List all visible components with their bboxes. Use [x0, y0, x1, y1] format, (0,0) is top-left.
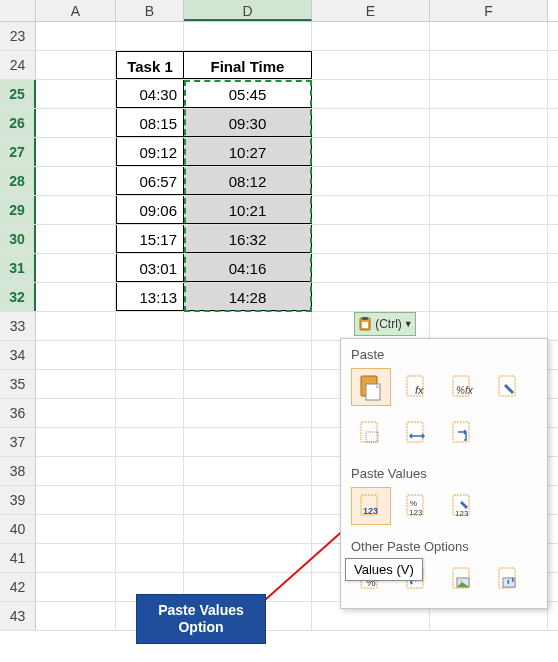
cell[interactable] — [36, 341, 116, 369]
cell-B28[interactable]: 06:57 — [116, 167, 184, 195]
paste-option-formulas-number[interactable]: %fx — [443, 368, 483, 406]
cell[interactable] — [430, 196, 548, 224]
row-header-26[interactable]: 26 — [0, 109, 36, 137]
cell-D29[interactable]: 10:21 — [184, 196, 312, 224]
cell[interactable] — [184, 22, 312, 50]
cell[interactable] — [36, 80, 116, 108]
cell[interactable] — [312, 22, 430, 50]
row-header-32[interactable]: 32 — [0, 283, 36, 311]
paste-option-linked-picture[interactable] — [489, 560, 529, 598]
cell-D30[interactable]: 16:32 — [184, 225, 312, 253]
paste-option-formulas[interactable]: fx — [397, 368, 437, 406]
cell[interactable] — [430, 138, 548, 166]
cell-D31[interactable]: 04:16 — [184, 254, 312, 282]
row-header-29[interactable]: 29 — [0, 196, 36, 224]
row-header-24[interactable]: 24 — [0, 51, 36, 79]
col-header-D[interactable]: D — [184, 0, 312, 21]
row-header-30[interactable]: 30 — [0, 225, 36, 253]
table-header-finaltime[interactable]: Final Time — [184, 51, 312, 79]
col-header-F[interactable]: F — [430, 0, 548, 21]
cell-D32[interactable]: 14:28 — [184, 283, 312, 311]
paste-options-button[interactable]: (Ctrl) ▼ — [354, 312, 416, 336]
paste-option-keep-col-width[interactable] — [397, 414, 437, 452]
paste-option-values-number-format[interactable]: %123 — [397, 487, 437, 525]
row-header-27[interactable]: 27 — [0, 138, 36, 166]
paste-option-transpose[interactable] — [443, 414, 483, 452]
cell-D27[interactable]: 10:27 — [184, 138, 312, 166]
col-header-E[interactable]: E — [312, 0, 430, 21]
cell[interactable] — [36, 167, 116, 195]
cell[interactable] — [36, 22, 116, 50]
cell[interactable] — [430, 225, 548, 253]
cell[interactable] — [116, 428, 184, 456]
cell[interactable] — [430, 109, 548, 137]
cell[interactable] — [36, 486, 116, 514]
cell[interactable] — [36, 51, 116, 79]
col-header-A[interactable]: A — [36, 0, 116, 21]
row-header-40[interactable]: 40 — [0, 515, 36, 543]
cell[interactable] — [116, 341, 184, 369]
cell[interactable] — [36, 138, 116, 166]
row-header-36[interactable]: 36 — [0, 399, 36, 427]
cell[interactable] — [36, 573, 116, 601]
paste-option-picture[interactable] — [443, 560, 483, 598]
cell[interactable] — [116, 399, 184, 427]
cell-B25[interactable]: 04:30 — [116, 80, 184, 108]
row-header-42[interactable]: 42 — [0, 573, 36, 601]
cell[interactable] — [116, 544, 184, 572]
cell[interactable] — [312, 51, 430, 79]
cell[interactable] — [184, 428, 312, 456]
cell[interactable] — [312, 167, 430, 195]
col-header-B[interactable]: B — [116, 0, 184, 21]
cell-D28[interactable]: 08:12 — [184, 167, 312, 195]
row-header-23[interactable]: 23 — [0, 22, 36, 50]
cell[interactable] — [116, 457, 184, 485]
cell-B30[interactable]: 15:17 — [116, 225, 184, 253]
cell[interactable] — [36, 457, 116, 485]
cell-D25[interactable]: 05:45 — [184, 80, 312, 108]
cell[interactable] — [184, 341, 312, 369]
paste-option-keep-source-format[interactable] — [489, 368, 529, 406]
row-header-25[interactable]: 25 — [0, 80, 36, 108]
cell[interactable] — [116, 22, 184, 50]
row-header-28[interactable]: 28 — [0, 167, 36, 195]
cell-B27[interactable]: 09:12 — [116, 138, 184, 166]
cell[interactable] — [184, 399, 312, 427]
cell[interactable] — [430, 283, 548, 311]
cell[interactable] — [430, 80, 548, 108]
cell[interactable] — [184, 370, 312, 398]
cell[interactable] — [36, 602, 116, 630]
cell[interactable] — [36, 283, 116, 311]
cell[interactable] — [430, 312, 548, 340]
select-all-corner[interactable] — [0, 0, 36, 21]
paste-option-no-borders[interactable] — [351, 414, 391, 452]
cell[interactable] — [36, 399, 116, 427]
row-header-31[interactable]: 31 — [0, 254, 36, 282]
cell[interactable] — [430, 254, 548, 282]
row-header-39[interactable]: 39 — [0, 486, 36, 514]
cell[interactable] — [36, 109, 116, 137]
cell[interactable] — [36, 196, 116, 224]
cell[interactable] — [36, 225, 116, 253]
table-header-task1[interactable]: Task 1 — [116, 51, 184, 79]
cell-D26[interactable]: 09:30 — [184, 109, 312, 137]
row-header-41[interactable]: 41 — [0, 544, 36, 572]
cell[interactable] — [116, 486, 184, 514]
cell[interactable] — [36, 254, 116, 282]
cell[interactable] — [184, 544, 312, 572]
cell[interactable] — [312, 283, 430, 311]
cell-B32[interactable]: 13:13 — [116, 283, 184, 311]
cell[interactable] — [312, 196, 430, 224]
cell[interactable] — [184, 486, 312, 514]
cell-B31[interactable]: 03:01 — [116, 254, 184, 282]
cell[interactable] — [184, 457, 312, 485]
cell[interactable] — [36, 312, 116, 340]
cell[interactable] — [312, 225, 430, 253]
row-header-35[interactable]: 35 — [0, 370, 36, 398]
cell[interactable] — [312, 138, 430, 166]
cell[interactable] — [36, 515, 116, 543]
cell[interactable] — [430, 51, 548, 79]
cell[interactable] — [36, 370, 116, 398]
cell-B26[interactable]: 08:15 — [116, 109, 184, 137]
row-header-43[interactable]: 43 — [0, 602, 36, 630]
